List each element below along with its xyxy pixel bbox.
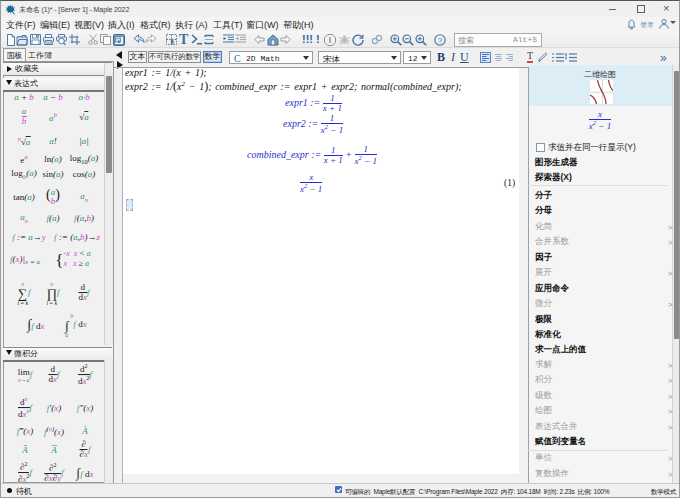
svg-text:?: ? bbox=[438, 36, 443, 45]
